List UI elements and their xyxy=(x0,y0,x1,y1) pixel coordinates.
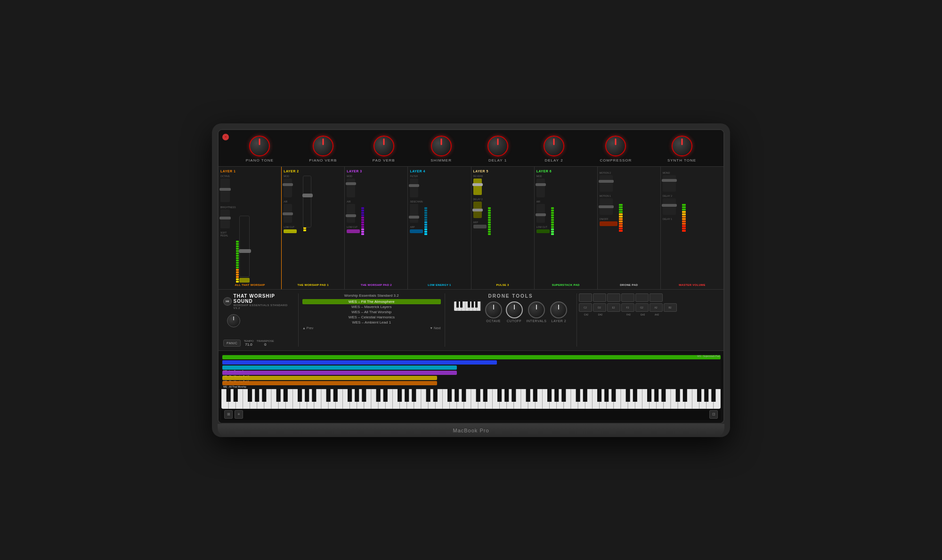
knob-pad-verb[interactable]: PAD VERB xyxy=(373,136,395,162)
layer-5-channel: LAYER 5 REVERB DELAY 2 ARP xyxy=(471,167,535,289)
synth-tone-knob[interactable] xyxy=(672,136,692,156)
piano-roll-tracks: WS - Superstack Pad WE - Low Energy 1 WE… xyxy=(221,354,721,389)
layer-3-title: LAYER 3 xyxy=(347,170,406,173)
knob-delay1[interactable]: DELAY 1 xyxy=(487,136,508,162)
bottom-section: ⏮ THAT WORSHIP SOUND WORSHIP ESSENTIALS … xyxy=(219,289,723,350)
svg-rect-120 xyxy=(604,389,609,402)
layer-4-title: LAYER 4 xyxy=(410,170,469,173)
preset-item-3[interactable]: WES – All That Worship xyxy=(302,309,441,315)
note-row-top xyxy=(579,293,717,302)
note-pad-empty1 xyxy=(607,293,620,302)
track-worshippad2: WE - The Worship Pad 2 xyxy=(222,371,457,375)
svg-rect-128 xyxy=(683,389,687,402)
delay2-knob[interactable] xyxy=(544,136,564,156)
layer2-control[interactable]: LAYER 2 xyxy=(550,301,567,323)
svg-rect-116 xyxy=(561,389,566,402)
intervals-knob[interactable] xyxy=(528,301,545,318)
prev-button[interactable]: ▲ Prev xyxy=(302,326,313,330)
delay2-label: DELAY 2 xyxy=(544,158,563,162)
tempo-value: 71.0 xyxy=(245,342,252,347)
svg-rect-107 xyxy=(476,389,480,402)
svg-rect-82 xyxy=(227,389,231,402)
knob-synth-tone[interactable]: SYNTH TONE xyxy=(667,136,696,162)
piano-roll-section: WS - Superstack Pad WE - Low Energy 1 WE… xyxy=(219,350,723,423)
next-button[interactable]: ▼ Next xyxy=(430,326,440,330)
note-pad-as2[interactable] xyxy=(650,293,663,302)
knob-piano-tone[interactable]: PIANO TONE xyxy=(246,136,274,162)
svg-rect-98 xyxy=(383,389,388,402)
transport-btn-2[interactable]: ≡ xyxy=(235,410,243,419)
panic-button[interactable]: PANIC xyxy=(223,340,241,347)
cutoff-knob[interactable] xyxy=(506,301,523,318)
svg-rect-113 xyxy=(533,389,537,402)
svg-rect-114 xyxy=(547,389,552,402)
layer-1-name: ALL THAT WORSHIP xyxy=(220,284,279,286)
track-worshippad1: WE - The Worship Pad 1 xyxy=(222,376,437,380)
svg-rect-124 xyxy=(647,389,651,402)
svg-rect-109 xyxy=(497,389,502,402)
transport-btn-3[interactable]: ⊡ xyxy=(709,410,718,419)
delay1-knob[interactable] xyxy=(487,136,508,156)
note-pad-fs2[interactable] xyxy=(621,293,634,302)
svg-rect-125 xyxy=(654,389,658,402)
preset-item-2[interactable]: WES – Maverick Layers xyxy=(302,304,441,309)
transpose-knob[interactable] xyxy=(227,314,240,327)
layers-section: LAYER 1 OCTAVE BRIGHTNESS SOFT PEDAL xyxy=(219,167,723,289)
shimmer-knob[interactable] xyxy=(431,136,452,156)
preset-nav: ▲ Prev ▼ Next xyxy=(302,326,441,330)
svg-rect-129 xyxy=(697,389,701,402)
note-row-bottom: C2 D2 E2 F2 G2 A2 B2 xyxy=(579,303,717,312)
preset-item-4[interactable]: WES – Celestial Harmonics xyxy=(302,315,441,320)
layer-4-name: LOW ENERGY 1 xyxy=(410,284,469,286)
svg-rect-99 xyxy=(398,389,402,402)
layer-2-name: THE WORSHIP PAD 1 xyxy=(284,284,342,286)
svg-rect-123 xyxy=(633,389,637,402)
knob-shimmer[interactable]: SHIMMER xyxy=(430,136,452,162)
svg-rect-127 xyxy=(676,389,680,402)
transpose-value: 0 xyxy=(264,342,266,347)
track-lowenergy: WE - Low Energy 1 xyxy=(222,365,457,370)
transport-bar: ⊞ ≡ ⊡ xyxy=(221,409,721,420)
piano-tone-knob[interactable] xyxy=(249,136,270,156)
note-pad-gs2[interactable] xyxy=(635,293,649,302)
pad-verb-knob[interactable] xyxy=(374,136,394,156)
close-button[interactable]: × xyxy=(222,134,229,140)
svg-rect-88 xyxy=(284,389,288,402)
laptop-outer: × PIANO TONE PIANO VERB PAD VERB SHIMM xyxy=(212,123,730,437)
svg-rect-86 xyxy=(262,389,266,402)
svg-rect-121 xyxy=(611,389,616,402)
octave-control[interactable]: OCTAVE xyxy=(485,301,502,323)
svg-rect-8 xyxy=(460,301,463,308)
layer2-knob[interactable] xyxy=(550,301,567,318)
piano-keys xyxy=(221,389,721,409)
svg-rect-131 xyxy=(711,389,715,402)
knob-compressor[interactable]: COMPRESSOR xyxy=(600,136,632,162)
layer-7-channel: MOTION 2 MOTION 1 ON/OFF xyxy=(598,167,661,289)
svg-rect-119 xyxy=(597,389,601,402)
laptop-bottom: MacBook Pro xyxy=(218,424,724,437)
preset-section: Worship Essentials Standard 3.2 WES – Fi… xyxy=(299,293,445,347)
knob-delay2[interactable]: DELAY 2 xyxy=(544,136,564,162)
preset-item-1[interactable]: WES – Fill The Atmosphere xyxy=(302,299,441,304)
preset-item-5[interactable]: WES – Ambient Lead 1 xyxy=(302,320,441,325)
shimmer-label: SHIMMER xyxy=(430,158,452,162)
octave-knob[interactable] xyxy=(485,301,502,318)
transport-btn-1[interactable]: ⊞ xyxy=(224,410,233,419)
svg-rect-9 xyxy=(468,301,470,308)
note-pad-ds2[interactable] xyxy=(593,293,606,302)
svg-rect-100 xyxy=(405,389,409,402)
svg-rect-105 xyxy=(455,389,459,402)
intervals-control[interactable]: INTERVALS xyxy=(527,301,547,323)
compressor-knob[interactable] xyxy=(605,136,626,156)
svg-rect-122 xyxy=(626,389,630,402)
svg-rect-92 xyxy=(326,389,331,402)
synth-tone-label: SYNTH TONE xyxy=(667,158,696,162)
cutoff-control[interactable]: CUTOFF xyxy=(506,301,523,323)
note-pad-cs2[interactable] xyxy=(579,293,592,302)
layer-6-channel: LAYER 6 MOD AIR LOW CUT xyxy=(535,167,598,289)
layer2-label: LAYER 2 xyxy=(551,319,566,323)
piano-verb-knob[interactable] xyxy=(313,136,333,156)
knob-piano-verb[interactable]: PIANO VERB xyxy=(309,136,337,162)
svg-rect-102 xyxy=(426,389,430,402)
svg-rect-101 xyxy=(412,389,416,402)
